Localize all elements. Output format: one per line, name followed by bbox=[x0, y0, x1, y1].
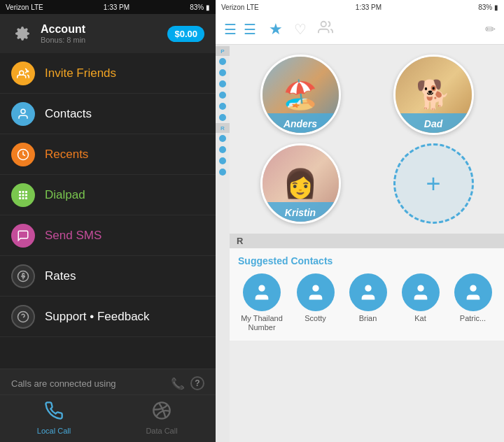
menu-item-contacts[interactable]: Contacts bbox=[0, 94, 216, 134]
right-toolbar: ☰ ☰ ★ ♡ ✏ bbox=[216, 14, 504, 45]
alpha-dot-8 bbox=[219, 146, 226, 153]
gear-icon[interactable] bbox=[11, 22, 34, 45]
kristin-name: Kristin bbox=[285, 207, 316, 218]
fav-item-add[interactable]: + bbox=[371, 143, 496, 224]
svg-rect-9 bbox=[25, 194, 27, 196]
section-r: R bbox=[230, 234, 504, 248]
battery-right: 83% ▮ bbox=[478, 3, 498, 11]
alpha-dot-3 bbox=[219, 80, 226, 87]
suggested-scotty[interactable]: Scotty bbox=[293, 273, 338, 332]
kat-name: Kat bbox=[414, 314, 426, 323]
suggested-thailand[interactable]: My Thailand Number bbox=[238, 273, 286, 332]
local-call-tab[interactable]: Local Call bbox=[0, 395, 108, 442]
carrier-right: Verizon LTE bbox=[221, 3, 259, 11]
svg-rect-8 bbox=[22, 194, 24, 196]
status-bar-left: Verizon LTE 1:33 PM 83% ▮ bbox=[0, 0, 216, 14]
patrick-name: Patric... bbox=[460, 314, 486, 323]
alpha-p[interactable]: P bbox=[216, 46, 230, 56]
recents-icon bbox=[11, 143, 35, 166]
svg-rect-10 bbox=[19, 197, 21, 199]
anders-overlay: Anders bbox=[262, 113, 339, 133]
menu-item-dialpad[interactable]: Dialpad bbox=[0, 175, 216, 215]
calls-text: Calls are connected using bbox=[11, 378, 165, 389]
fav-photo-anders: 🏖️ Anders bbox=[260, 55, 341, 135]
dialpad-icon bbox=[11, 183, 35, 207]
account-header[interactable]: Account Bonus: 8 min $0.00 bbox=[0, 14, 216, 53]
alpha-dot-2 bbox=[219, 69, 226, 76]
suggested-patrick[interactable]: Patric... bbox=[450, 273, 496, 332]
fav-item-dad[interactable]: 🐕 Dad bbox=[371, 55, 496, 135]
account-info: Account Bonus: 8 min bbox=[41, 23, 167, 44]
suggested-brian[interactable]: Brian bbox=[345, 273, 391, 332]
favorites-scroll: 🏖️ Anders 🐕 Dad bbox=[230, 45, 504, 442]
time-right: 1:33 PM bbox=[356, 3, 382, 11]
hamburger-icon[interactable]: ☰ bbox=[224, 21, 237, 38]
menu-item-rates[interactable]: Rates bbox=[0, 256, 216, 297]
dad-overlay: Dad bbox=[396, 113, 472, 133]
help-button[interactable]: ? bbox=[190, 376, 204, 390]
send-sms-icon bbox=[11, 224, 35, 248]
scotty-name: Scotty bbox=[304, 314, 326, 323]
recents-label: Recents bbox=[45, 148, 88, 162]
data-call-icon bbox=[152, 401, 172, 425]
people-icon[interactable] bbox=[318, 20, 333, 38]
alpha-dot-7 bbox=[219, 135, 226, 142]
menu-icon-right[interactable]: ☰ bbox=[244, 21, 256, 38]
suggested-list: My Thailand Number Scotty bbox=[238, 273, 496, 332]
svg-rect-7 bbox=[19, 194, 21, 196]
data-call-label: Data Call bbox=[146, 427, 177, 435]
contacts-icon bbox=[11, 102, 35, 126]
menu-list: Invite Friends Contacts Recents bbox=[0, 53, 216, 369]
svg-rect-4 bbox=[19, 191, 21, 193]
status-bar-right: Verizon LTE 1:33 PM 83% ▮ bbox=[216, 0, 504, 14]
anders-name: Anders bbox=[284, 118, 317, 129]
svg-point-16 bbox=[321, 22, 326, 27]
brian-name: Brian bbox=[359, 314, 377, 323]
kat-avatar bbox=[402, 273, 440, 311]
local-call-icon bbox=[44, 401, 64, 425]
add-plus-icon: + bbox=[426, 169, 440, 199]
fav-item-kristin[interactable]: 👩 Kristin bbox=[238, 143, 363, 224]
data-call-tab[interactable]: Data Call bbox=[108, 395, 216, 442]
time-left: 1:33 PM bbox=[104, 3, 130, 11]
dialpad-label: Dialpad bbox=[45, 188, 85, 202]
local-call-label: Local Call bbox=[37, 427, 71, 435]
dad-name: Dad bbox=[424, 118, 442, 129]
edit-icon[interactable]: ✏ bbox=[485, 22, 496, 37]
alpha-dot-10 bbox=[219, 169, 226, 176]
contacts-label: Contacts bbox=[45, 107, 92, 121]
favorites-grid: 🏖️ Anders 🐕 Dad bbox=[230, 45, 504, 234]
fav-add-button[interactable]: + bbox=[393, 143, 474, 224]
alpha-dot-6 bbox=[219, 114, 226, 121]
brian-avatar bbox=[349, 273, 387, 311]
heart-icon[interactable]: ♡ bbox=[294, 21, 307, 38]
rates-label: Rates bbox=[45, 269, 76, 283]
account-balance[interactable]: $0.00 bbox=[167, 26, 204, 42]
phone-icon: 📞 bbox=[171, 377, 185, 390]
alpha-dot-1 bbox=[219, 58, 226, 65]
calls-footer: Calls are connected using 📞 ? bbox=[0, 369, 216, 394]
alpha-dot-9 bbox=[219, 157, 226, 164]
bottom-tabs: Local Call Data Call bbox=[0, 394, 216, 442]
menu-item-invite-friends[interactable]: Invite Friends bbox=[0, 53, 216, 94]
alpha-r[interactable]: R bbox=[216, 123, 230, 133]
suggested-kat[interactable]: Kat bbox=[398, 273, 443, 332]
fav-item-anders[interactable]: 🏖️ Anders bbox=[238, 55, 363, 135]
menu-item-recents[interactable]: Recents bbox=[0, 134, 216, 175]
alpha-sidebar: P R bbox=[216, 45, 230, 442]
send-sms-label: Send SMS bbox=[45, 229, 102, 243]
left-panel: Verizon LTE 1:33 PM 83% ▮ Account Bonus:… bbox=[0, 0, 216, 442]
battery-left: 83% ▮ bbox=[190, 3, 210, 11]
patrick-avatar bbox=[454, 273, 492, 311]
right-panel: Verizon LTE 1:33 PM 83% ▮ ☰ ☰ ★ ♡ ✏ P bbox=[216, 0, 504, 442]
main-content: P R 🏖️ Anders bbox=[216, 45, 504, 442]
star-icon[interactable]: ★ bbox=[269, 20, 283, 38]
menu-item-support-feedback[interactable]: Support • Feedback bbox=[0, 297, 216, 337]
invite-friends-icon bbox=[11, 62, 35, 85]
svg-rect-11 bbox=[22, 197, 24, 199]
svg-rect-6 bbox=[25, 191, 27, 193]
menu-item-send-sms[interactable]: Send SMS bbox=[0, 215, 216, 256]
svg-rect-5 bbox=[22, 191, 24, 193]
svg-rect-12 bbox=[25, 197, 27, 199]
thailand-avatar bbox=[243, 273, 281, 311]
